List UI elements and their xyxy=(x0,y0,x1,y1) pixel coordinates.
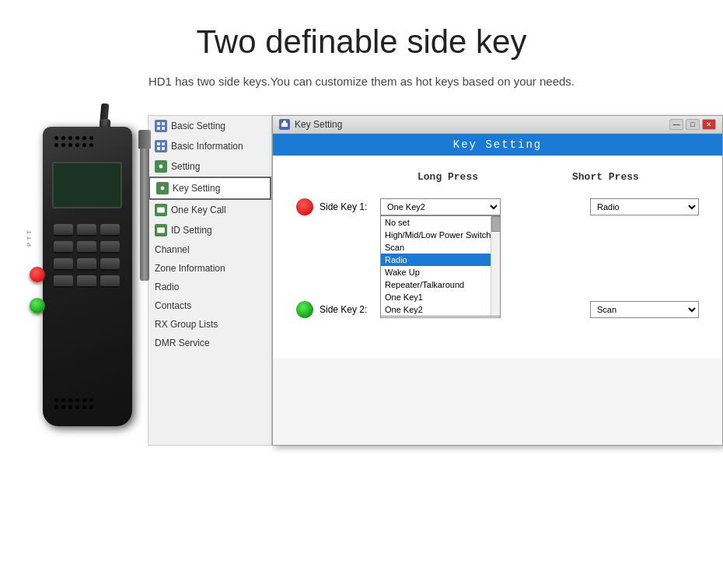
dropdown-item-repeater[interactable]: Repeater/Talkaround xyxy=(381,278,500,291)
dropdown-item-no-set[interactable]: No set xyxy=(381,216,500,229)
column-headers: Long Press Short Press xyxy=(288,171,707,183)
sidebar-item-one-key-call[interactable]: One Key Call xyxy=(148,200,271,220)
restore-button[interactable]: □ xyxy=(686,119,700,130)
sidebar-item-dmr-service[interactable]: DMR Service xyxy=(148,334,271,352)
side-key-1-short-press-select[interactable]: Radio xyxy=(590,198,699,215)
page-title: Two definable side key xyxy=(0,23,723,61)
svg-rect-6 xyxy=(157,147,160,150)
keypad xyxy=(51,224,123,288)
clip-mount xyxy=(138,130,151,149)
short-press-header: Short Press xyxy=(572,171,639,183)
side-key-2-label: Side Key 2: xyxy=(320,304,374,315)
titlebar-app-icon xyxy=(279,119,290,130)
window-header-label: Key Setting xyxy=(453,138,542,151)
window-header-bar: Key Setting xyxy=(273,134,722,156)
dropdown-item-one-key2[interactable]: One Key2 xyxy=(381,303,500,316)
titlebar-label: Key Setting xyxy=(295,119,342,130)
sidebar-item-key-setting[interactable]: Key Setting xyxy=(148,177,271,200)
ptt-label: PTT xyxy=(26,228,33,247)
key-setting-icon xyxy=(156,182,169,194)
page-subtitle: HD1 has two side keys.You can customize … xyxy=(0,75,723,88)
belt-clip xyxy=(140,141,149,281)
sidebar-item-id-setting[interactable]: ID Setting xyxy=(148,220,271,240)
side-button-red[interactable] xyxy=(30,267,45,282)
dropdown-item-one-key1[interactable]: One Key1 xyxy=(381,291,500,303)
svg-rect-4 xyxy=(157,142,160,145)
side-key-1-dot xyxy=(296,198,313,215)
svg-rect-0 xyxy=(157,122,160,125)
svg-rect-3 xyxy=(162,127,165,130)
side-key-2-short-press-select[interactable]: Scan xyxy=(590,301,699,318)
key-setting-window: Key Setting — □ ✕ Key Setting Long Press… xyxy=(272,115,723,446)
minimize-button[interactable]: — xyxy=(669,119,683,130)
sidebar-item-zone-information[interactable]: Zone Information xyxy=(148,259,271,278)
setting-icon xyxy=(155,160,167,173)
basic-info-icon xyxy=(155,140,167,152)
dropdown-scrolltrack xyxy=(491,216,500,316)
sidebar-item-setting[interactable]: Setting xyxy=(148,156,271,177)
svg-rect-10 xyxy=(281,123,288,127)
titlebar-left: Key Setting xyxy=(279,119,342,130)
dropdown-scrollthumb[interactable] xyxy=(491,216,501,232)
svg-rect-9 xyxy=(157,227,165,233)
side-key-1-long-press-select[interactable]: One Key2 xyxy=(380,198,501,215)
svg-rect-2 xyxy=(157,127,160,130)
one-key-call-icon xyxy=(155,204,167,216)
sidebar-item-basic-information[interactable]: Basic Information xyxy=(148,136,271,156)
sidebar-item-rx-group-lists[interactable]: RX Group Lists xyxy=(148,315,271,334)
software-panel: Basic Setting Basic Information Setting … xyxy=(148,115,723,446)
svg-rect-7 xyxy=(162,147,165,150)
dropdown-item-radio[interactable]: Radio xyxy=(381,254,500,266)
side-button-green[interactable] xyxy=(30,298,45,313)
sidebar-menu: Basic Setting Basic Information Setting … xyxy=(148,115,272,446)
dropdown-item-power-switch[interactable]: High/Mid/Low Power Switch xyxy=(381,229,500,241)
side-key-1-long-press-container: One Key2 No set High/Mid/Low Power Switc… xyxy=(380,198,501,215)
svg-rect-5 xyxy=(162,142,165,145)
side-key-1-label: Side Key 1: xyxy=(320,201,374,212)
content-area: PTT xyxy=(16,103,723,446)
long-press-dropdown-list: No set High/Mid/Low Power Switch Scan Ra… xyxy=(380,215,501,317)
speaker-grille-bottom xyxy=(54,398,95,411)
speaker-grille xyxy=(54,136,95,149)
dropdown-item-scan[interactable]: Scan xyxy=(381,241,500,254)
radio-body: PTT xyxy=(43,127,132,426)
side-key-2-dot xyxy=(296,301,313,318)
window-titlebar: Key Setting — □ ✕ xyxy=(273,116,722,134)
dropdown-item-wake-up[interactable]: Wake Up xyxy=(381,266,500,278)
long-press-header: Long Press xyxy=(362,171,533,183)
svg-rect-8 xyxy=(157,207,165,212)
sidebar-item-basic-setting[interactable]: Basic Setting xyxy=(148,116,271,136)
id-setting-icon xyxy=(155,224,167,236)
header-section: Two definable side key HD1 has two side … xyxy=(0,0,723,88)
close-button[interactable]: ✕ xyxy=(702,119,716,130)
basic-setting-icon xyxy=(155,120,167,132)
window-content: Long Press Short Press Side Key 1: One K… xyxy=(273,156,722,358)
sidebar-item-channel[interactable]: Channel xyxy=(148,240,271,259)
sidebar-item-contacts[interactable]: Contacts xyxy=(148,296,271,315)
titlebar-buttons: — □ ✕ xyxy=(669,119,716,130)
sidebar-item-radio[interactable]: Radio xyxy=(148,278,271,296)
radio-device: PTT xyxy=(16,103,155,446)
side-key-1-row: Side Key 1: One Key2 No set High/Mid/Low… xyxy=(288,198,707,215)
svg-rect-1 xyxy=(162,122,165,125)
radio-screen xyxy=(52,162,122,208)
